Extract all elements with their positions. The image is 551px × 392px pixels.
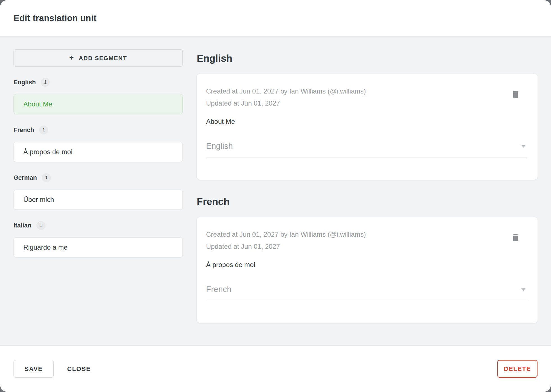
segment-item-french[interactable]: À propos de moi: [13, 142, 183, 162]
segment-count-badge: 1: [42, 173, 51, 182]
plus-icon: +: [69, 54, 74, 61]
section-heading: French: [197, 195, 538, 208]
language-group-english: English 1 About Me: [13, 78, 183, 114]
dialog-header: Edit translation unit: [0, 0, 551, 37]
segment-text: À propos de moi: [206, 260, 527, 270]
section-heading: English: [197, 52, 538, 65]
trash-icon: [511, 233, 520, 243]
segment-item-text: Riguardo a me: [23, 243, 67, 251]
dialog-title: Edit translation unit: [13, 13, 96, 23]
delete-segment-button[interactable]: [509, 232, 522, 244]
group-header: German 1: [13, 173, 183, 182]
updated-at-text: Updated at Jun 01, 2027: [206, 240, 527, 252]
language-group-french: French 1 À propos de moi: [13, 126, 183, 162]
created-at-text: Created at Jun 01, 2027 by Ian Williams …: [206, 228, 527, 240]
language-select-value: English: [206, 142, 233, 151]
language-select[interactable]: English: [206, 142, 527, 158]
section-french: French Created at Jun 01, 2027 by Ian Wi…: [197, 195, 538, 323]
group-header: Italian 1: [13, 221, 183, 230]
language-label: English: [13, 79, 36, 86]
segment-count-badge: 1: [41, 78, 50, 87]
language-group-italian: Italian 1 Riguardo a me: [13, 221, 183, 257]
chevron-down-icon: [521, 288, 526, 291]
segment-item-text: About Me: [23, 100, 52, 108]
segment-item-english[interactable]: About Me: [13, 94, 183, 114]
segment-item-text: À propos de moi: [23, 148, 73, 156]
close-button[interactable]: CLOSE: [58, 360, 100, 378]
segment-card-english: Created at Jun 01, 2027 by Ian Williams …: [197, 74, 538, 180]
segment-item-italian[interactable]: Riguardo a me: [13, 237, 183, 257]
save-button[interactable]: SAVE: [13, 360, 54, 378]
segments-sidebar: + ADD SEGMENT English 1 About Me French …: [13, 37, 183, 345]
language-label: Italian: [13, 222, 31, 229]
segment-item-german[interactable]: Über mich: [13, 190, 183, 210]
segment-item-text: Über mich: [23, 196, 54, 204]
created-at-text: Created at Jun 01, 2027 by Ian Williams …: [206, 85, 527, 97]
delete-segment-button[interactable]: [509, 88, 522, 101]
language-label: German: [13, 174, 37, 181]
chevron-down-icon: [521, 145, 526, 148]
group-header: French 1: [13, 126, 183, 135]
language-select[interactable]: French: [206, 285, 527, 301]
add-segment-label: ADD SEGMENT: [79, 55, 127, 61]
delete-button[interactable]: DELETE: [497, 360, 538, 378]
segment-detail-panel: English Created at Jun 01, 2027 by Ian W…: [183, 37, 538, 345]
segment-count-badge: 1: [39, 126, 48, 135]
segment-card-french: Created at Jun 01, 2027 by Ian Williams …: [197, 217, 538, 323]
group-header: English 1: [13, 78, 183, 87]
updated-at-text: Updated at Jun 01, 2027: [206, 97, 527, 109]
edit-translation-unit-dialog: Edit translation unit + ADD SEGMENT Engl…: [0, 0, 551, 392]
language-select-value: French: [206, 285, 231, 294]
section-english: English Created at Jun 01, 2027 by Ian W…: [197, 52, 538, 180]
language-group-german: German 1 Über mich: [13, 173, 183, 210]
language-label: French: [13, 126, 34, 134]
trash-icon: [511, 90, 520, 100]
add-segment-button[interactable]: + ADD SEGMENT: [13, 49, 183, 67]
segment-count-badge: 1: [37, 221, 46, 230]
segment-text: About Me: [206, 117, 527, 126]
dialog-body: + ADD SEGMENT English 1 About Me French …: [0, 37, 551, 345]
dialog-footer: SAVE CLOSE DELETE: [0, 345, 551, 392]
